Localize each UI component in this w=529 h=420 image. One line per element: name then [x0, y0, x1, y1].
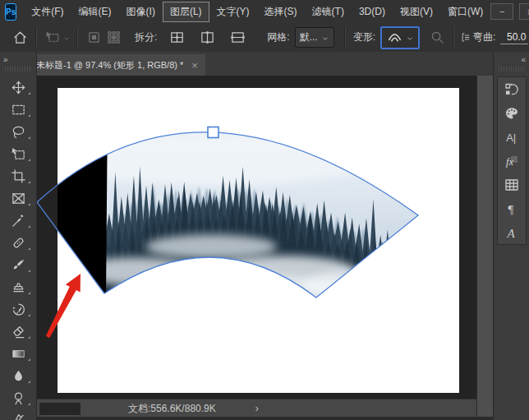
- menu-bar-container: Ps 文件(F)编辑(E)图像(I)图层(L)文字(Y)选择(S)滤镜(T)3D…: [0, 0, 529, 24]
- pen-tool[interactable]: [0, 409, 37, 420]
- home-icon[interactable]: [10, 28, 30, 48]
- close-tab-icon[interactable]: ×: [191, 59, 198, 72]
- document-tab[interactable]: 未标题-1 @ 97.4% (矩形 1, RGB/8) * ×: [29, 54, 205, 76]
- split-label: 拆分:: [135, 30, 157, 44]
- warp-style-select[interactable]: [380, 26, 420, 49]
- photoshop-window: Ps 文件(F)编辑(E)图像(I)图层(L)文字(Y)选择(S)滤镜(T)3D…: [0, 0, 529, 420]
- zoom-level-field[interactable]: [39, 403, 80, 415]
- effects-panel-button[interactable]: fx: [498, 149, 526, 173]
- warp-top-handle[interactable]: [208, 127, 218, 138]
- object-selection-tool[interactable]: [0, 143, 37, 165]
- menu-item[interactable]: 视图(V): [393, 2, 439, 21]
- menu-item[interactable]: 图层(L): [163, 2, 209, 21]
- window-controls: −□×: [490, 3, 529, 20]
- menu-item[interactable]: 3D(D): [352, 3, 392, 20]
- photoshop-logo-icon[interactable]: Ps: [5, 3, 16, 21]
- grid-panel-button[interactable]: [498, 173, 526, 196]
- divider: [453, 27, 454, 48]
- eraser-tool[interactable]: [0, 321, 37, 343]
- brush-tool[interactable]: [0, 254, 37, 276]
- spot-healing-brush-tool[interactable]: [0, 232, 37, 254]
- split-vertical-button[interactable]: [196, 27, 218, 48]
- tool-column: [0, 76, 36, 420]
- anchor-points-grid-icon[interactable]: [104, 28, 123, 48]
- split-buttons: [165, 27, 249, 48]
- grid-label: 网格:: [267, 30, 289, 44]
- divider: [344, 27, 346, 48]
- rectangular-marquee-tool[interactable]: [0, 99, 37, 121]
- menu-item[interactable]: 编辑(E): [72, 2, 118, 21]
- bottom-strip: [37, 417, 493, 420]
- chevron-down-icon: [406, 34, 414, 42]
- history-brush-tool[interactable]: [0, 298, 37, 321]
- maximize-button[interactable]: □: [519, 3, 529, 20]
- svg-text:¶: ¶: [508, 202, 513, 215]
- collapse-dock-icon[interactable]: «: [521, 55, 526, 64]
- menu-item[interactable]: 文字(Y): [210, 2, 256, 21]
- history-panel-button[interactable]: [498, 77, 526, 101]
- character-panel-button[interactable]: A|: [498, 125, 526, 149]
- status-bar: 文档:556.6K/880.9K ›: [37, 399, 476, 418]
- dock-grip[interactable]: [499, 67, 524, 72]
- svg-text:A: A: [506, 226, 515, 239]
- panel-gutter: [476, 76, 493, 417]
- menu-bar: 文件(F)编辑(E)图像(I)图层(L)文字(Y)选择(S)滤镜(T)3D(D)…: [24, 2, 490, 21]
- options-bar: 拆分: 网格: 默... 变形: 弯曲: 50.0: [0, 23, 529, 53]
- grid-select-value: 默...: [300, 30, 318, 44]
- left-toolbar: »: [0, 52, 37, 420]
- glyphs-panel-button[interactable]: A: [498, 220, 526, 244]
- magnifier-icon[interactable]: [427, 28, 447, 48]
- tab-bar: 未标题-1 @ 97.4% (矩形 1, RGB/8) * ×: [27, 52, 493, 76]
- arc-warp-icon: [386, 30, 402, 46]
- toggle-guides-icon[interactable]: [84, 28, 104, 48]
- status-expand-icon[interactable]: ›: [255, 403, 259, 414]
- menu-item[interactable]: 选择(S): [258, 2, 304, 21]
- color-panel-button[interactable]: [498, 101, 526, 125]
- move-tool[interactable]: [0, 76, 37, 99]
- dodge-tool[interactable]: [0, 387, 37, 409]
- document-tab-title: 未标题-1 @ 97.4% (矩形 1, RGB/8) *: [36, 59, 183, 72]
- split-crosshair-button[interactable]: [165, 27, 188, 48]
- bend-value-field[interactable]: 50.0: [500, 31, 528, 44]
- divider: [35, 27, 37, 48]
- bend-orientation-icon[interactable]: [460, 28, 472, 48]
- canvas-area[interactable]: [37, 76, 476, 399]
- svg-text:A|: A|: [506, 132, 516, 144]
- bend-label: 弯曲:: [473, 30, 495, 44]
- divider: [76, 27, 78, 48]
- minimize-button[interactable]: −: [490, 3, 513, 20]
- blur-tool[interactable]: [0, 365, 37, 387]
- chevron-down-icon: [321, 34, 329, 42]
- grid-select[interactable]: 默...: [295, 27, 334, 48]
- right-dock: « A|fx¶A: [493, 52, 529, 420]
- transform-mode-icon[interactable]: [43, 28, 62, 48]
- clone-stamp-tool[interactable]: [0, 276, 37, 298]
- panel-icon-column: A|fx¶A: [497, 76, 527, 245]
- paragraph-panel-button[interactable]: ¶: [498, 196, 526, 220]
- toolbar-grip[interactable]: [5, 67, 31, 72]
- canvas-svg: [37, 76, 476, 399]
- chevron-down-icon: [62, 34, 71, 42]
- expand-toolbar-icon[interactable]: »: [3, 55, 8, 64]
- gradient-tool[interactable]: [0, 343, 37, 365]
- svg-text:fx: fx: [506, 156, 513, 168]
- menu-item[interactable]: 窗口(W): [441, 2, 490, 21]
- menu-item[interactable]: 文件(F): [25, 2, 70, 21]
- lasso-tool[interactable]: [0, 121, 37, 143]
- frame-tool[interactable]: [0, 187, 37, 210]
- menu-item[interactable]: 滤镜(T): [306, 2, 351, 21]
- eyedropper-tool[interactable]: [0, 210, 37, 232]
- warp-label: 变形:: [353, 30, 375, 44]
- split-horizontal-button[interactable]: [226, 27, 249, 48]
- menu-item[interactable]: 图像(I): [120, 2, 162, 21]
- crop-tool[interactable]: [0, 165, 37, 187]
- document-size-info: 文档:556.6K/880.9K: [128, 402, 216, 416]
